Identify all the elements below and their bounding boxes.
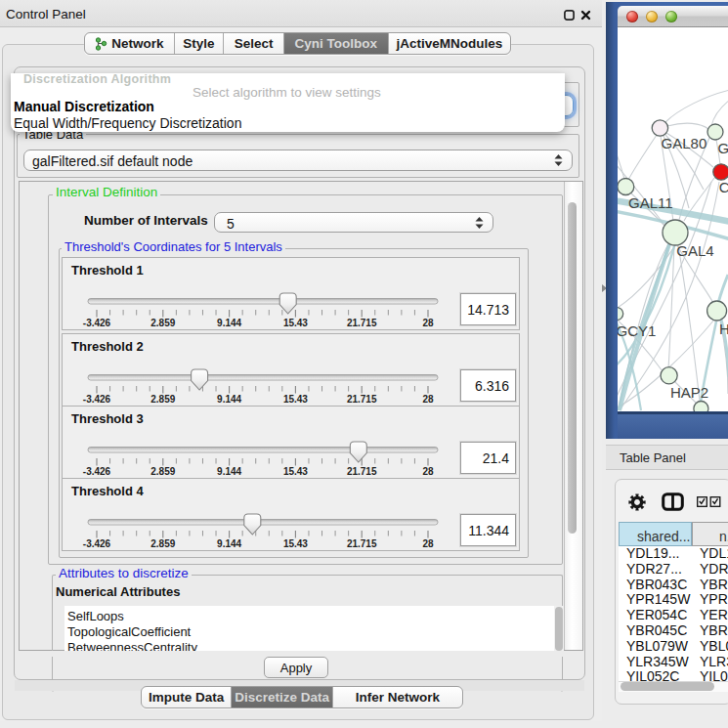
- svg-text:GAL80: GAL80: [662, 135, 707, 151]
- svg-text:21.715: 21.715: [347, 538, 377, 549]
- svg-text:-3.426: -3.426: [83, 318, 111, 328]
- svg-text:9.144: 9.144: [217, 393, 241, 404]
- svg-text:2.859: 2.859: [150, 538, 175, 549]
- svg-text:28: 28: [422, 393, 434, 404]
- svg-text:9.144: 9.144: [217, 538, 241, 549]
- svg-text:HAP2: HAP2: [670, 384, 708, 401]
- svg-text:-3.426: -3.426: [83, 465, 111, 476]
- svg-text:GCY1: GCY1: [618, 322, 656, 339]
- svg-text:9.144: 9.144: [217, 465, 241, 476]
- svg-text:-3.426: -3.426: [83, 538, 111, 549]
- svg-text:15.43: 15.43: [283, 465, 308, 476]
- svg-text:21.715: 21.715: [347, 393, 377, 404]
- svg-text:15.43: 15.43: [283, 393, 308, 404]
- svg-text:28: 28: [422, 538, 434, 549]
- svg-text:21.715: 21.715: [347, 465, 377, 476]
- svg-text:15.43: 15.43: [283, 538, 308, 549]
- svg-text:2.859: 2.859: [150, 393, 175, 404]
- svg-text:2.859: 2.859: [150, 465, 175, 476]
- svg-text:9.144: 9.144: [217, 318, 241, 328]
- svg-text:21.715: 21.715: [347, 318, 377, 328]
- svg-text:C: C: [719, 179, 728, 195]
- svg-text:15.43: 15.43: [283, 318, 308, 328]
- svg-text:28: 28: [422, 318, 434, 328]
- svg-text:H: H: [719, 321, 728, 337]
- svg-text:-3.426: -3.426: [83, 393, 111, 404]
- svg-text:GAL8: GAL8: [717, 140, 728, 156]
- svg-text:GAL4: GAL4: [676, 242, 713, 259]
- svg-text:GAL11: GAL11: [628, 194, 673, 211]
- svg-text:28: 28: [422, 465, 434, 476]
- svg-text:2.859: 2.859: [150, 318, 175, 328]
